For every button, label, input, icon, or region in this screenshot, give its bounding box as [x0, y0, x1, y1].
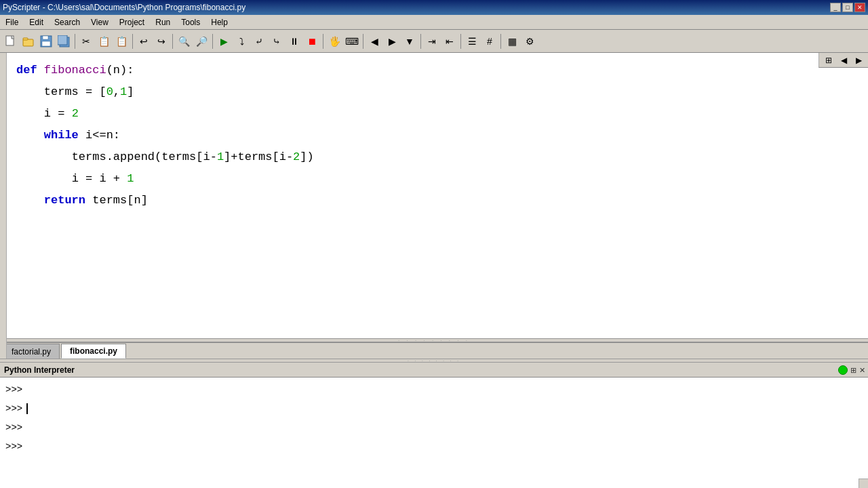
function-name: fibonacci [44, 60, 106, 81]
unindent-button[interactable]: ⇤ [441, 33, 458, 49]
code-paren: (n): [106, 60, 134, 81]
copy-button[interactable]: 📋 [96, 33, 112, 49]
forward-button[interactable]: ▶ [384, 33, 400, 49]
code-line-7: return terms[n] [16, 190, 861, 211]
editor-right-toolbar: ⊞ ◀ ▶ [818, 53, 868, 68]
new-file-button[interactable] [3, 33, 19, 49]
panel-bottom-bar: · · · · · · · · · [0, 338, 868, 342]
titlebar-text: PyScripter - C:\Users\sal\Documents\Pyth… [3, 3, 245, 12]
editor-nav-right[interactable]: ▶ [852, 54, 865, 66]
interpreter-line-1: >>> [5, 380, 863, 399]
interp-close-btn[interactable]: ✕ [859, 366, 865, 375]
toolbar-sep-9 [500, 34, 501, 49]
menu-project[interactable]: Project [114, 16, 150, 28]
indent-button[interactable]: ⇥ [424, 33, 440, 49]
var-i: i [44, 103, 51, 125]
layout-button[interactable]: ▦ [504, 33, 520, 49]
prompt-4: >>> [5, 437, 22, 456]
tab-fibonacci[interactable]: fibonacci.py [61, 344, 126, 359]
interpreter-line-2[interactable]: >>> [5, 399, 863, 418]
tab-bar: factorial.py fibonacci.py [0, 342, 868, 359]
toolbar-sep-1 [75, 34, 75, 49]
pause-button[interactable]: ⏸ [286, 33, 302, 49]
menu-file[interactable]: File [0, 16, 24, 28]
save-button[interactable] [38, 33, 54, 49]
minimize-button[interactable]: _ [830, 3, 841, 12]
menu-search[interactable]: Search [49, 16, 85, 28]
svg-rect-7 [58, 35, 67, 45]
svg-rect-2 [23, 38, 28, 40]
status-dot [838, 365, 848, 375]
svg-rect-4 [43, 36, 48, 39]
left-indicator [0, 53, 7, 359]
code-line-3: i = 2 [16, 103, 861, 125]
code-line-5: terms.append(terms[i-1]+terms[i-2]) [16, 146, 861, 168]
run-button[interactable]: ▶ [216, 33, 232, 49]
main-layout: def fibonacci(n): terms = [0,1] i = 2 wh… [0, 53, 868, 488]
interpreter-header-controls: ⊞ ✕ [838, 363, 868, 378]
code-line-6: i = i + 1 [16, 168, 861, 190]
keyword-return: return [44, 190, 85, 211]
resize-corner[interactable] [859, 479, 868, 488]
maximize-button[interactable]: □ [842, 3, 853, 12]
toolbar-sep-2 [132, 34, 133, 49]
find-replace-button[interactable]: 🔎 [193, 33, 210, 49]
undo-button[interactable]: ↩ [136, 33, 152, 49]
menu-edit[interactable]: Edit [24, 16, 49, 28]
settings-button[interactable]: ⚙ [521, 33, 538, 49]
cursor-blink [26, 403, 28, 414]
step-over-button[interactable]: ⤵ [233, 33, 250, 49]
list-button[interactable]: ☰ [464, 33, 480, 49]
interpreter-section: Python Interpreter ⊞ ✕ >>> >>> >>> >>> [0, 363, 868, 488]
toolbar-sep-3 [172, 34, 173, 49]
code-line-4: while i<=n: [16, 125, 861, 146]
interpreter-title: Python Interpreter [4, 365, 75, 375]
menubar: File Edit Search View Project Run Tools … [0, 15, 868, 30]
menu-view[interactable]: View [85, 16, 114, 28]
toolbar-sep-8 [460, 34, 461, 49]
code-line-2: terms = [0,1] [16, 81, 861, 103]
interpreter-line-4: >>> [5, 437, 863, 456]
menu-help[interactable]: Help [205, 16, 233, 28]
nav-dropdown[interactable]: ▼ [401, 33, 418, 49]
toolbar: ✂ 📋 📋 ↩ ↪ 🔍 🔎 ▶ ⤵ ⤶ ⤷ ⏸ ⏹ 🖐 ⌨ ◀ ▶ ▼ ⇥ ⇤ … [0, 30, 868, 53]
find-button[interactable]: 🔍 [176, 33, 192, 49]
prompt-2: >>> [5, 399, 22, 418]
interp-expand-btn[interactable]: ⊞ [850, 366, 856, 375]
toolbar-sep-5 [323, 34, 323, 49]
interpreter-header: Python Interpreter ⊞ ✕ [0, 363, 868, 378]
step-into-button[interactable]: ⤶ [251, 33, 267, 49]
redo-button[interactable]: ↪ [153, 33, 170, 49]
save-all-button[interactable] [56, 33, 72, 49]
cursor-tool[interactable]: 🖐 [326, 33, 342, 49]
prompt-1: >>> [5, 380, 22, 399]
back-button[interactable]: ◀ [366, 33, 382, 49]
toolbar-sep-7 [420, 34, 421, 49]
code-editor[interactable]: def fibonacci(n): terms = [0,1] i = 2 wh… [0, 53, 868, 342]
cut-button[interactable]: ✂ [78, 33, 94, 49]
titlebar-controls: _ □ ✕ [830, 3, 865, 12]
prompt-3: >>> [5, 418, 22, 437]
stop-button[interactable]: ⏹ [304, 33, 320, 49]
interpreter-line-3: >>> [5, 418, 863, 437]
toolbar-sep-4 [212, 34, 213, 49]
pointer-tool[interactable]: ⌨ [344, 33, 360, 49]
menu-tools[interactable]: Tools [176, 16, 205, 28]
editor-view-toggle[interactable]: ⊞ [822, 54, 835, 66]
paste-button[interactable]: 📋 [113, 33, 130, 49]
open-button[interactable] [20, 33, 37, 49]
comment-button[interactable]: # [481, 33, 498, 49]
keyword-def: def [16, 60, 44, 81]
close-button[interactable]: ✕ [854, 3, 865, 12]
editor-nav-left[interactable]: ◀ [837, 54, 850, 66]
titlebar: PyScripter - C:\Users\sal\Documents\Pyth… [0, 0, 868, 15]
interpreter-body[interactable]: >>> >>> >>> >>> [0, 378, 868, 488]
editor-area: def fibonacci(n): terms = [0,1] i = 2 wh… [0, 53, 868, 359]
tab-factorial[interactable]: factorial.py [3, 344, 60, 359]
toolbar-sep-6 [363, 34, 363, 49]
var-terms: terms [44, 81, 79, 103]
menu-run[interactable]: Run [150, 16, 176, 28]
step-out-button[interactable]: ⤷ [269, 33, 285, 49]
keyword-while: while [44, 125, 79, 146]
svg-rect-5 [42, 41, 50, 46]
